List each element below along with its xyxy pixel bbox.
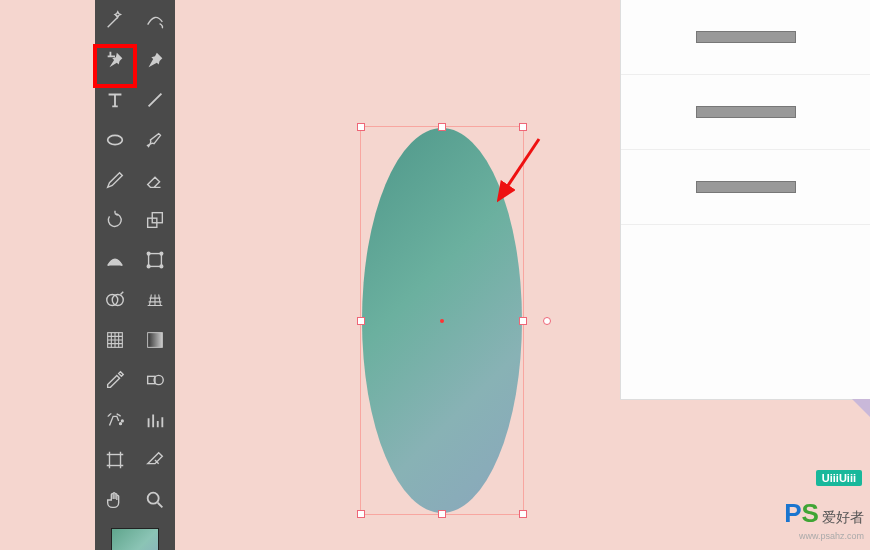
bounding-box (360, 126, 524, 515)
blend-tool[interactable] (135, 360, 175, 400)
pencil-tool[interactable] (95, 160, 135, 200)
svg-point-6 (147, 265, 150, 268)
magic-wand-tool[interactable] (95, 0, 135, 40)
handle-w[interactable] (357, 317, 365, 325)
ellipse-tool[interactable] (95, 120, 135, 160)
curvature-tool[interactable] (135, 0, 175, 40)
shape-builder-tool[interactable] (95, 280, 135, 320)
selected-shape[interactable] (362, 128, 522, 513)
line-segment-tool[interactable] (135, 80, 175, 120)
toolbox (95, 0, 175, 550)
add-anchor-point-tool[interactable] (95, 40, 135, 80)
handle-n[interactable] (438, 123, 446, 131)
slice-tool[interactable] (135, 440, 175, 480)
svg-point-14 (120, 423, 122, 425)
artboard-tool[interactable] (95, 440, 135, 480)
free-transform-tool[interactable] (135, 240, 175, 280)
side-panel (620, 0, 870, 400)
svg-point-5 (160, 252, 163, 255)
width-tool[interactable] (95, 240, 135, 280)
svg-rect-3 (149, 254, 162, 267)
resize-corner-icon (852, 399, 870, 417)
gradient-tool[interactable] (135, 320, 175, 360)
svg-point-17 (148, 493, 159, 504)
hand-tool[interactable] (95, 480, 135, 520)
eraser-tool[interactable] (135, 160, 175, 200)
handle-se[interactable] (519, 510, 527, 518)
panel-row[interactable] (621, 75, 870, 150)
svg-point-7 (160, 265, 163, 268)
svg-point-0 (108, 135, 123, 144)
watermark-site: PS 爱好者 www.psahz.com (784, 498, 864, 542)
eyedropper-tool[interactable] (95, 360, 135, 400)
scale-tool[interactable] (135, 200, 175, 240)
pen-tool[interactable] (135, 40, 175, 80)
rotate-tool[interactable] (95, 200, 135, 240)
column-graph-tool[interactable] (135, 400, 175, 440)
zoom-tool[interactable] (135, 480, 175, 520)
fill-stroke-swatch[interactable] (95, 528, 175, 550)
svg-rect-16 (110, 455, 121, 466)
panel-row[interactable] (621, 150, 870, 225)
svg-rect-11 (148, 333, 163, 348)
svg-point-4 (147, 252, 150, 255)
fill-swatch[interactable] (111, 528, 159, 550)
type-tool[interactable] (95, 80, 135, 120)
handle-nw[interactable] (357, 123, 365, 131)
center-point-icon (440, 319, 444, 323)
mesh-tool[interactable] (95, 320, 135, 360)
watermark-brand: UiiiUiii (816, 470, 862, 486)
pie-handle[interactable] (543, 317, 551, 325)
symbol-sprayer-tool[interactable] (95, 400, 135, 440)
handle-s[interactable] (438, 510, 446, 518)
paintbrush-tool[interactable] (135, 120, 175, 160)
handle-e[interactable] (519, 317, 527, 325)
panel-row[interactable] (621, 0, 870, 75)
handle-sw[interactable] (357, 510, 365, 518)
svg-point-15 (121, 420, 123, 422)
handle-ne[interactable] (519, 123, 527, 131)
perspective-grid-tool[interactable] (135, 280, 175, 320)
